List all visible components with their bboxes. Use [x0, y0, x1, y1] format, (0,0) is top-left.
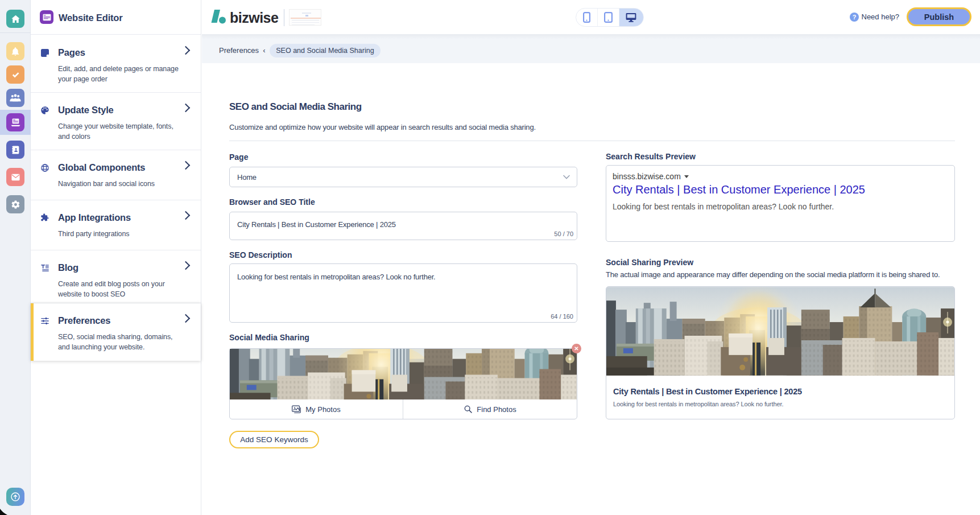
svg-text:bizwise: bizwise	[230, 10, 279, 26]
